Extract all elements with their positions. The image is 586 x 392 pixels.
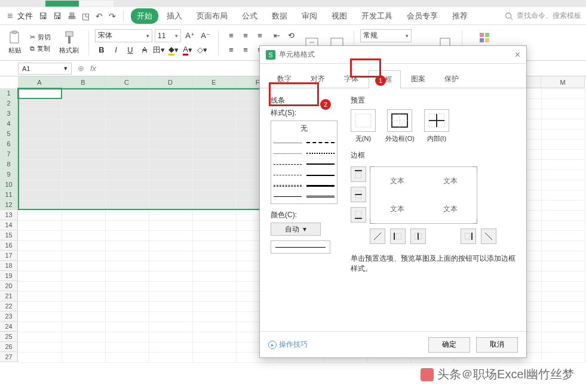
line-style-option[interactable]: [274, 183, 302, 189]
cell[interactable]: [18, 271, 62, 281]
cell[interactable]: [541, 261, 585, 271]
cell[interactable]: [18, 190, 62, 200]
row-header[interactable]: 8: [0, 159, 18, 169]
row-header[interactable]: 15: [0, 230, 18, 240]
cell[interactable]: [18, 332, 62, 342]
cell[interactable]: [149, 271, 192, 281]
line-style-option[interactable]: [306, 150, 335, 156]
border-hmid-button[interactable]: [351, 187, 366, 202]
align-center-button[interactable]: ≡: [239, 44, 252, 57]
cell[interactable]: [541, 342, 585, 352]
bold-button[interactable]: B: [95, 44, 108, 57]
line-style-option[interactable]: [306, 183, 335, 189]
cell[interactable]: [62, 230, 105, 240]
cell[interactable]: [541, 251, 585, 261]
preset-inner[interactable]: 内部(I): [424, 109, 449, 143]
line-style-option[interactable]: [274, 150, 302, 156]
cell[interactable]: [192, 220, 236, 230]
doc-tab[interactable]: [80, 1, 113, 7]
cell[interactable]: [192, 190, 236, 200]
doc-tab-active[interactable]: [45, 1, 79, 7]
line-style-list[interactable]: 无: [271, 121, 338, 204]
border-diag-up-button[interactable]: [370, 229, 385, 244]
row-header[interactable]: 19: [0, 271, 18, 281]
row-header[interactable]: 27: [0, 352, 18, 362]
cell[interactable]: [541, 190, 585, 200]
cell[interactable]: [149, 98, 192, 109]
cell[interactable]: [192, 180, 236, 190]
tab-recommend[interactable]: 推荐: [446, 8, 474, 24]
cell[interactable]: [149, 251, 192, 261]
cell[interactable]: [62, 281, 105, 291]
cell[interactable]: [192, 88, 236, 98]
cell[interactable]: [149, 109, 192, 119]
line-style-option[interactable]: [306, 161, 335, 167]
row-header[interactable]: 24: [0, 322, 18, 332]
cell[interactable]: [105, 261, 149, 271]
cell[interactable]: [18, 301, 62, 311]
cell[interactable]: [105, 169, 149, 180]
cell[interactable]: [541, 332, 585, 342]
col-header[interactable]: D: [149, 76, 192, 88]
cell[interactable]: [62, 200, 105, 210]
tab-insert[interactable]: 插入: [161, 8, 188, 24]
font-color-button[interactable]: A▾: [181, 44, 194, 57]
cut-button[interactable]: ✂剪切: [29, 32, 52, 42]
cell[interactable]: [18, 230, 62, 240]
row-header[interactable]: 13: [0, 210, 18, 220]
search-area[interactable]: 查找命令、搜索模板: [505, 11, 581, 21]
cell[interactable]: [105, 291, 149, 301]
line-style-option[interactable]: [274, 161, 302, 167]
italic-button[interactable]: I: [109, 44, 122, 57]
indent-decrease-button[interactable]: ⇤: [270, 29, 283, 42]
cell[interactable]: [149, 240, 192, 251]
cell[interactable]: [192, 352, 236, 362]
col-header[interactable]: C: [105, 76, 149, 88]
cell[interactable]: [192, 109, 236, 119]
cell[interactable]: [192, 98, 236, 109]
cell[interactable]: [105, 251, 149, 261]
line-style-option[interactable]: [306, 140, 335, 146]
cell[interactable]: [149, 159, 192, 169]
row-header[interactable]: 20: [0, 281, 18, 291]
cell[interactable]: [192, 291, 236, 301]
cell[interactable]: [62, 301, 105, 311]
cell[interactable]: [149, 139, 192, 149]
cell[interactable]: [149, 180, 192, 190]
cell[interactable]: [192, 129, 236, 139]
row-header[interactable]: 14: [0, 220, 18, 230]
row-header[interactable]: 4: [0, 119, 18, 129]
cell[interactable]: [18, 210, 62, 220]
zoom-icon[interactable]: ⊕: [78, 64, 84, 73]
copy-button[interactable]: ⧉复制: [29, 44, 52, 54]
cell[interactable]: [541, 169, 585, 180]
cell[interactable]: [149, 119, 192, 129]
tips-link[interactable]: ▸操作技巧: [268, 339, 308, 350]
ok-button[interactable]: 确定: [428, 337, 470, 353]
cell[interactable]: [192, 261, 236, 271]
cell[interactable]: [62, 190, 105, 200]
line-style-option[interactable]: [306, 194, 335, 200]
row-header[interactable]: 21: [0, 291, 18, 301]
cell[interactable]: [192, 119, 236, 129]
preset-outer[interactable]: 外边框(O): [385, 109, 415, 143]
border-left-button[interactable]: [390, 229, 406, 244]
row-header[interactable]: 12: [0, 200, 18, 210]
save-icon[interactable]: 🖫: [39, 11, 47, 21]
redo-icon[interactable]: ↷: [109, 11, 116, 21]
menu-icon[interactable]: ≡: [5, 11, 15, 21]
cell[interactable]: [18, 119, 62, 129]
cell[interactable]: [541, 200, 585, 210]
cell[interactable]: [62, 342, 105, 352]
cell[interactable]: [149, 342, 192, 352]
cell[interactable]: [105, 210, 149, 220]
tab-layout[interactable]: 页面布局: [191, 8, 234, 24]
cell[interactable]: [18, 109, 62, 119]
cell[interactable]: [541, 159, 585, 169]
border-preview[interactable]: 文本 文本 文本 文本: [370, 166, 477, 224]
cell[interactable]: [18, 281, 62, 291]
col-header[interactable]: B: [62, 76, 105, 88]
cell[interactable]: [149, 88, 192, 98]
line-style-option[interactable]: [274, 194, 302, 200]
align-middle-button[interactable]: ≡: [239, 29, 252, 42]
